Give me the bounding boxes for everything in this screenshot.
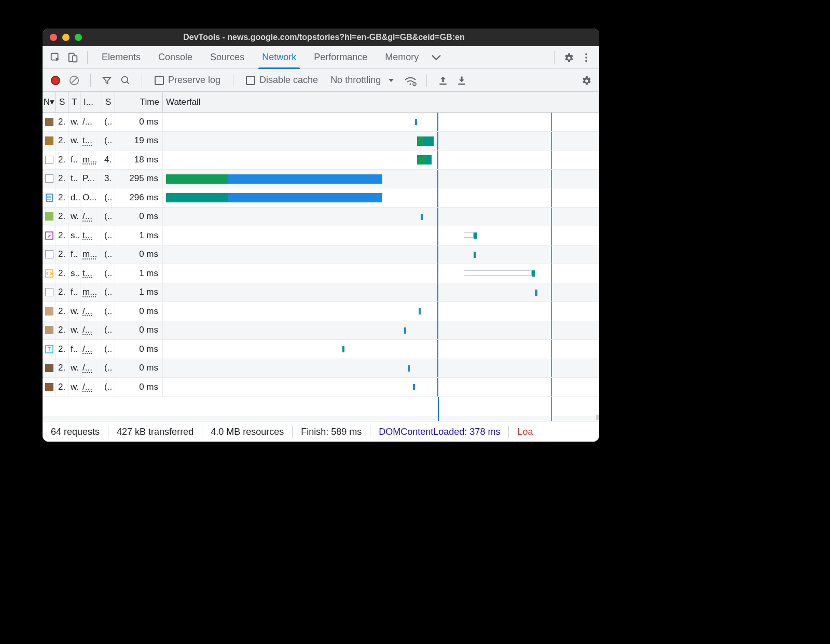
svg-point-3 xyxy=(585,53,587,55)
waterfall-cell xyxy=(163,208,599,226)
svg-point-5 xyxy=(585,60,587,62)
svg-rect-11 xyxy=(459,83,465,85)
window-title: DevTools - news.google.com/topstories?hl… xyxy=(82,33,566,42)
network-rows: 2.w./...(..0 ms2.w.t...(..19 ms2.f..m...… xyxy=(43,113,599,421)
table-row[interactable]: 2.w./...(..0 ms xyxy=(43,208,599,227)
svg-point-4 xyxy=(585,57,587,59)
svg-text:T: T xyxy=(47,347,50,352)
network-toolbar: Preserve log Disable cache No throttling xyxy=(43,69,599,92)
waterfall-cell xyxy=(163,302,599,321)
table-row[interactable]: 2.d..O...(..296 ms xyxy=(43,188,599,208)
traffic-lights xyxy=(50,34,82,41)
waterfall-cell xyxy=(163,321,599,340)
table-row[interactable]: 2.w./...(..0 ms xyxy=(43,359,599,378)
table-row[interactable]: 2.s..t...(..1 ms xyxy=(43,264,599,283)
column-status[interactable]: S xyxy=(56,92,68,112)
waterfall-cell xyxy=(163,170,599,188)
resource-type-icon xyxy=(43,378,56,396)
network-settings-icon[interactable] xyxy=(578,73,594,88)
table-row[interactable]: 2.w./...(..0 ms xyxy=(43,378,599,397)
resource-type-icon xyxy=(43,359,56,378)
network-columns-header: N▾ S T I... S Time Waterfall xyxy=(43,92,599,113)
waterfall-cell xyxy=(163,188,599,207)
column-time[interactable]: Time xyxy=(115,92,163,112)
divider xyxy=(87,51,88,64)
waterfall-cell xyxy=(163,245,599,264)
column-waterfall[interactable]: Waterfall xyxy=(163,92,599,112)
tab-sources[interactable]: Sources xyxy=(201,46,253,68)
column-size[interactable]: S xyxy=(102,92,115,112)
status-load: Loa xyxy=(509,426,533,437)
resource-type-icon xyxy=(43,170,56,188)
devtools-window: DevTools - news.google.com/topstories?hl… xyxy=(43,29,599,442)
table-row[interactable]: 2.f..m...(..1 ms xyxy=(43,283,599,303)
waterfall-cell xyxy=(163,132,599,150)
zoom-icon[interactable] xyxy=(75,34,82,41)
column-initiator[interactable]: I... xyxy=(80,92,102,112)
table-row[interactable]: T2.f../...(..0 ms xyxy=(43,340,599,359)
record-button[interactable] xyxy=(48,73,63,88)
waterfall-cell xyxy=(163,378,599,396)
status-transferred: 427 kB transferred xyxy=(108,426,202,437)
resource-type-icon xyxy=(43,132,56,150)
device-mode-icon[interactable] xyxy=(64,50,82,65)
svg-point-7 xyxy=(122,76,128,83)
table-row[interactable]: 2.w.t...(..19 ms xyxy=(43,132,599,151)
resource-type-icon xyxy=(43,283,56,302)
svg-point-8 xyxy=(410,83,411,85)
resource-type-icon xyxy=(43,188,56,207)
inspect-element-icon[interactable] xyxy=(47,50,64,65)
status-dcl: DOMContentLoaded: 378 ms xyxy=(370,426,509,437)
resource-type-icon xyxy=(43,113,56,131)
table-row[interactable]: 2.f..m...4.18 ms xyxy=(43,150,599,170)
waterfall-cell xyxy=(163,150,599,169)
divider xyxy=(142,74,142,87)
settings-icon[interactable] xyxy=(560,50,577,65)
status-requests: 64 requests xyxy=(51,426,108,437)
svg-rect-2 xyxy=(73,56,77,62)
search-icon[interactable] xyxy=(118,73,133,88)
table-row[interactable]: 2.w./...(..0 ms xyxy=(43,302,599,321)
table-row[interactable]: 2.w./...(..0 ms xyxy=(43,113,599,132)
resource-type-icon xyxy=(43,245,56,264)
upload-har-icon[interactable] xyxy=(435,73,451,88)
waterfall-cell xyxy=(163,359,599,378)
tab-console[interactable]: Console xyxy=(149,46,201,68)
download-har-icon[interactable] xyxy=(454,73,469,88)
tab-elements[interactable]: Elements xyxy=(93,46,149,68)
filter-icon[interactable] xyxy=(99,73,115,88)
waterfall-cell xyxy=(163,340,599,359)
table-row[interactable]: 2.s..t...(..1 ms xyxy=(43,226,599,245)
empty-rows xyxy=(43,397,599,421)
preserve-log-checkbox[interactable]: Preserve log xyxy=(155,75,220,86)
minimize-icon[interactable] xyxy=(62,34,70,41)
table-row[interactable]: 2.w./...(..0 ms xyxy=(43,321,599,340)
close-icon[interactable] xyxy=(50,34,57,41)
clear-icon[interactable] xyxy=(66,73,82,88)
resource-type-icon xyxy=(43,150,56,169)
resource-type-icon xyxy=(43,264,56,283)
waterfall-cell xyxy=(163,264,599,283)
chevron-down-icon xyxy=(388,77,394,84)
tab-memory[interactable]: Memory xyxy=(376,46,427,68)
tab-network[interactable]: Network xyxy=(253,46,305,68)
resource-type-icon: T xyxy=(43,340,56,359)
divider xyxy=(90,74,91,87)
column-type[interactable]: T xyxy=(68,92,80,112)
titlebar: DevTools - news.google.com/topstories?hl… xyxy=(43,29,599,46)
more-tabs-icon[interactable] xyxy=(427,50,445,65)
waterfall-cell xyxy=(163,113,599,131)
resource-type-icon xyxy=(43,302,56,321)
disable-cache-checkbox[interactable]: Disable cache xyxy=(246,75,318,86)
tab-performance[interactable]: Performance xyxy=(305,46,376,68)
divider xyxy=(426,74,427,87)
divider xyxy=(554,51,555,64)
table-row[interactable]: 2.t..P...3.295 ms xyxy=(43,170,599,189)
svg-rect-10 xyxy=(440,83,447,85)
throttling-select[interactable]: No throttling xyxy=(330,75,394,86)
column-name[interactable]: N▾ xyxy=(43,92,56,112)
kebab-menu-icon[interactable] xyxy=(577,50,595,65)
resource-type-icon xyxy=(43,208,56,226)
network-conditions-icon[interactable] xyxy=(403,73,418,88)
table-row[interactable]: 2.f..m...(..0 ms xyxy=(43,245,599,265)
